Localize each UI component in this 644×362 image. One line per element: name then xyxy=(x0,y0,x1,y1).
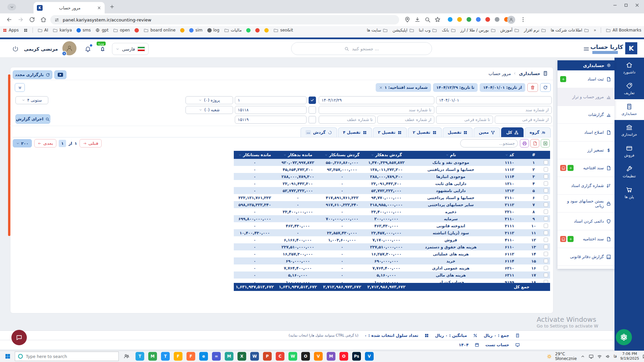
bookmarks-overflow-chevron[interactable]: » xyxy=(594,28,596,33)
all-bookmarks[interactable]: All Bookmarks xyxy=(606,28,641,33)
bookmark-item[interactable] xyxy=(246,28,251,33)
forward-icon[interactable] xyxy=(17,16,24,23)
tab-کل[interactable]: کل xyxy=(501,127,524,137)
tab-تفصیل ۳[interactable]: تفصیل ۳ xyxy=(373,127,407,137)
submenu-item[interactable]: اصلاح اسناد xyxy=(557,124,614,141)
extension-icon[interactable] xyxy=(495,17,499,22)
table-row[interactable]: ۲۱۱۱۲حسابها و اسناد دریافتنی۱۳۸,۰۱۱,۳۷۲,… xyxy=(234,166,550,173)
bookmark-item[interactable]: sms xyxy=(76,28,91,33)
row-checkbox[interactable] xyxy=(544,174,548,179)
add-icon[interactable] xyxy=(560,76,566,82)
export-excel-button[interactable] xyxy=(541,139,550,147)
install-icon[interactable] xyxy=(414,16,421,23)
submenu-item[interactable]: سند افتتاحیه xyxy=(557,159,614,177)
tab-تفصیل[interactable]: تفصیل xyxy=(443,127,473,137)
table-row[interactable]: ۵۱۲۱۲دارایی نامشهود۵۲,۷۷۲,۲۲۲,۰۰۰۰۵۲,۷۷۲… xyxy=(234,187,550,194)
export-pdf-button[interactable] xyxy=(530,139,539,147)
row-checkbox[interactable] xyxy=(544,209,548,214)
app-word[interactable]: W xyxy=(250,352,259,361)
doc-range-checkbox[interactable] xyxy=(309,106,316,114)
table-row[interactable]: ۱۱۳۱۱۲سود (زیان) انباشته۲۳,۴۵۷,۰۰۰,۰۰۰۳۳… xyxy=(234,229,550,236)
table-row[interactable]: ۴۱۲۱۰دارایی های ثابت۲۳,۰۹۱,۴۴۲,۳۰۰۰۲۳,۰۹… xyxy=(234,180,550,187)
submenu-item[interactable]: گزارش دفاتر قانونی xyxy=(557,248,614,266)
logo-mark[interactable]: K xyxy=(625,42,637,54)
app-edge[interactable]: e xyxy=(199,352,208,361)
columns-dropdown[interactable]: ۴ ستونی xyxy=(15,96,48,104)
submenu-item[interactable]: گزارشات xyxy=(557,106,614,124)
bookmark-item[interactable] xyxy=(23,28,28,33)
address-bar[interactable]: panel.kariyasystem.ir/accounting-review xyxy=(50,15,399,24)
table-row[interactable]: ۱۶۶۲۱۰هزینه عمومی اداری۷,۷۶۴,۴۰۰,۰۰۰۰۷,۷… xyxy=(234,264,550,272)
weather-label[interactable]: 29°C Słonecznie xyxy=(555,352,577,361)
submenu-item[interactable]: مرور حساب و تراز xyxy=(557,88,614,106)
tray-caret-icon[interactable] xyxy=(580,354,585,359)
app-calculator[interactable]: = xyxy=(212,352,221,361)
bookmark-folder[interactable]: اطلاعات شرکت ها xyxy=(551,28,589,33)
row-checkbox[interactable] xyxy=(544,273,548,277)
hamburger-menu-icon[interactable] xyxy=(583,46,590,52)
submenu-item[interactable]: شماره گزاری اسناد xyxy=(557,177,614,195)
column-header[interactable]: گردش بدهکار xyxy=(364,151,409,159)
logout-power-icon[interactable] xyxy=(12,46,19,52)
tab-معین[interactable]: معین xyxy=(474,127,500,137)
extension-icon[interactable] xyxy=(476,17,481,22)
page-size-dropdown[interactable]: ۲۰۰ xyxy=(13,139,32,147)
doc-range-checkbox-2[interactable] xyxy=(309,116,316,123)
row-checkbox[interactable] xyxy=(544,266,548,270)
global-search-input[interactable]: جستجو کنید ... xyxy=(291,42,432,55)
app-maps[interactable]: M xyxy=(148,352,157,361)
row-checkbox[interactable] xyxy=(544,188,548,193)
submenu-item[interactable]: دائمی کردن اسناد xyxy=(557,213,614,230)
app-vlc[interactable]: V xyxy=(314,352,323,361)
filter-chip[interactable]: از تاریخ: ۱۴۰۴/۰۱/۰۱ xyxy=(480,83,525,92)
sidebar-rail-item-home[interactable]: داشبورد xyxy=(614,58,644,78)
bookmark-star-icon[interactable] xyxy=(434,16,441,23)
bookmark-item[interactable]: sim xyxy=(189,28,202,33)
book-icon[interactable] xyxy=(560,165,566,171)
row-checkbox[interactable] xyxy=(544,245,548,249)
sidebar-rail-item-bank[interactable]: خزانه‌داری xyxy=(614,120,644,141)
branch-dropdown[interactable]: شعبه (۰) xyxy=(185,106,233,114)
from-sub-number-input[interactable] xyxy=(495,116,552,124)
column-header[interactable]: # xyxy=(526,151,541,159)
rocket-icon[interactable] xyxy=(99,46,106,53)
row-checkbox[interactable] xyxy=(544,238,548,242)
tab-تفصیل ۲[interactable]: تفصیل ۲ xyxy=(408,127,442,137)
tab-search-button[interactable] xyxy=(7,4,16,10)
from-date-input[interactable] xyxy=(436,96,552,104)
row-checkbox[interactable] xyxy=(544,217,548,221)
book-icon[interactable] xyxy=(560,236,566,242)
bookmark-item[interactable]: Apps xyxy=(3,28,19,33)
filter-chip[interactable]: تا تاریخ: ۱۴۰۴/۱۲/۲۹ xyxy=(433,83,478,92)
app-excel[interactable]: X xyxy=(237,352,246,361)
fiscal-year[interactable]: ۱۴۰۴ xyxy=(459,343,469,347)
home-icon[interactable] xyxy=(40,16,47,23)
row-checkbox[interactable] xyxy=(544,195,548,200)
app-market[interactable]: M xyxy=(225,352,233,361)
extension-icon[interactable] xyxy=(448,17,452,22)
table-row[interactable]: ۸۲۲۱۰ذخیره۳۳,۴۰۰,۰۰۰,۰۰۰۰۳۳,۴۰۰,۰۰۰,۰۰۰۰ xyxy=(234,208,550,215)
bookmark-item[interactable] xyxy=(180,28,184,33)
sidebar-rail-item-tag[interactable]: تعاریف xyxy=(614,78,644,99)
table-row[interactable]: ۱۲۴۱۱۰فروش۷,۱۷۰,۰۰۰,۰۰۰۱,۰۰۳,۶۰۰,۰۰۰۶,۱۶… xyxy=(234,236,550,243)
app-powerpoint[interactable]: P xyxy=(263,352,272,361)
bookmark-item[interactable]: open xyxy=(113,28,130,33)
bookmark-item[interactable] xyxy=(255,28,260,33)
from-ref-number-input[interactable] xyxy=(377,116,434,124)
column-header[interactable]: گردش بستانکار xyxy=(320,151,364,159)
add-icon[interactable] xyxy=(568,236,574,242)
doc-number-3-input[interactable] xyxy=(235,116,307,124)
to-doc-number-input[interactable] xyxy=(319,106,434,114)
filter-chip[interactable]: شماره سند افتتاحیه: ۱ xyxy=(376,83,431,92)
sidebar-rail-item-wrench[interactable]: تنظیمات xyxy=(614,162,644,182)
profile-avatar[interactable] xyxy=(507,16,515,24)
bookmark-folder[interactable]: نرم افزار xyxy=(524,28,546,33)
minimize-icon[interactable] xyxy=(612,3,618,8)
avatar[interactable]: v xyxy=(62,41,76,55)
row-checkbox[interactable] xyxy=(544,160,548,165)
reload-page-icon[interactable] xyxy=(29,16,35,23)
table-row[interactable]: ۹۳۱۱۰سرمایه۲۰۰,۰۰۰,۰۰۰۷۰۰,۰۰۰,۰۰۰,۰۰۰۰۶۹… xyxy=(234,215,550,222)
bookmark-folder[interactable]: وب ابنا xyxy=(419,28,437,33)
extension-icon[interactable] xyxy=(485,17,490,22)
column-header[interactable]: کد xyxy=(493,151,526,159)
